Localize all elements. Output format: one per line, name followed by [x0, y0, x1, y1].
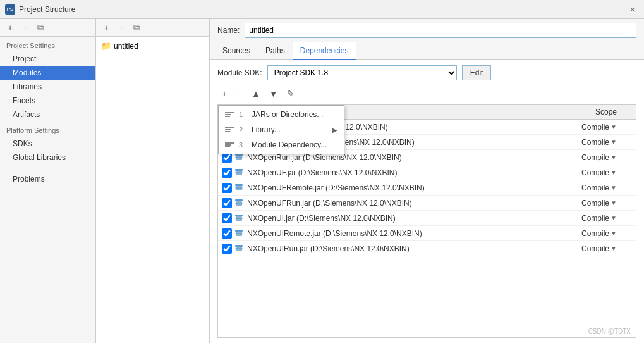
sidebar-item-global-libraries[interactable]: Global Libraries	[0, 151, 95, 165]
scope-dropdown-arrow[interactable]: ▼	[611, 199, 617, 206]
dep-scope: Compile ▼	[581, 214, 632, 223]
module-tree-toolbar: + − ⧉	[96, 19, 209, 37]
sidebar-item-artifacts[interactable]: Artifacts	[0, 108, 95, 122]
scope-value: Compile	[581, 123, 609, 132]
svg-rect-18	[235, 215, 243, 216]
dep-checkbox[interactable]	[222, 198, 232, 208]
dep-scope: Compile ▼	[581, 229, 632, 238]
app-icon: PS	[5, 4, 15, 15]
deps-add-button[interactable]: +	[217, 87, 231, 101]
scope-dropdown-arrow[interactable]: ▼	[611, 215, 617, 221]
copy-button[interactable]: ⧉	[34, 22, 47, 34]
dep-name: NXOpenUF.jar (D:\Siemens\NX 12.0\NXBIN)	[247, 168, 581, 177]
name-label: Name:	[217, 26, 240, 35]
dep-name: NXOpenUFRemote.jar (D:\Siemens\NX 12.0\N…	[247, 184, 581, 192]
title-bar: PS Project Structure ×	[0, 0, 644, 19]
scope-value: Compile	[581, 199, 609, 208]
item-label-library: Library...	[252, 125, 281, 134]
dep-checkbox[interactable]	[222, 168, 232, 178]
scope-dropdown-arrow[interactable]: ▼	[611, 154, 617, 161]
dropdown-item-jars[interactable]: 1 JARs or Directories...	[219, 107, 344, 122]
scope-dropdown-arrow[interactable]: ▼	[611, 230, 617, 237]
module-remove-button[interactable]: −	[115, 22, 128, 34]
dep-scope: Compile ▼	[581, 244, 632, 253]
tab-sources[interactable]: Sources	[215, 42, 258, 60]
item-label-module-dep: Module Dependency...	[252, 140, 327, 149]
sidebar-item-sdks[interactable]: SDKs	[0, 137, 95, 151]
table-row: NXOpenUIRemote.jar (D:\Siemens\NX 12.0\N…	[218, 226, 636, 241]
deps-down-button[interactable]: ▼	[265, 87, 282, 101]
sidebar: + − ⧉ Project Settings Project Modules L…	[0, 19, 96, 343]
table-row: NXOpenUFRemote.jar (D:\Siemens\NX 12.0\N…	[218, 180, 636, 196]
remove-button[interactable]: −	[19, 22, 32, 34]
svg-rect-12	[235, 184, 243, 186]
dep-checkbox[interactable]	[222, 228, 232, 239]
dep-checkbox[interactable]	[222, 244, 232, 254]
window-title: Project Structure	[19, 5, 75, 14]
sidebar-item-problems[interactable]: Problems	[0, 172, 95, 186]
item-num-1: 1	[239, 111, 246, 118]
module-copy-button[interactable]: ⧉	[130, 22, 143, 34]
table-row: NXOpenUFRun.jar (D:\Siemens\NX 12.0\NXBI…	[218, 196, 636, 211]
jar-icon	[234, 244, 245, 254]
sidebar-item-project[interactable]: Project	[0, 52, 95, 66]
scope-value: Compile	[581, 168, 609, 177]
table-row: NXOpenUIRun.jar (D:\Siemens\NX 12.0\NXBI…	[218, 241, 636, 256]
tab-dependencies[interactable]: Dependencies	[293, 42, 356, 60]
jar-icon	[234, 213, 245, 223]
dep-checkbox[interactable]	[222, 183, 232, 193]
library-arrow-icon: ▶	[332, 127, 337, 134]
module-tree-item[interactable]: 📁 untitled	[96, 39, 209, 53]
header-scope: Scope	[595, 108, 636, 116]
module-sdk-row: Module SDK: Project SDK 1.8 Edit	[217, 65, 636, 80]
item-label-jars: JARs or Directories...	[252, 110, 323, 119]
mod-menu-icon	[225, 142, 234, 147]
dropdown-item-module-dep[interactable]: 3 Module Dependency...	[219, 137, 344, 153]
add-button[interactable]: +	[4, 22, 16, 34]
jar-icon	[234, 228, 245, 239]
dep-checkbox[interactable]	[222, 213, 232, 223]
deps-table: Scope 1 JARs or Directories...	[217, 104, 636, 338]
svg-rect-21	[235, 230, 243, 232]
table-row: NXOpenUI.jar (D:\Siemens\NX 12.0\NXBIN) …	[218, 211, 636, 226]
dep-scope: Compile ▼	[581, 138, 632, 147]
sidebar-item-libraries[interactable]: Libraries	[0, 80, 95, 94]
dropdown-item-library[interactable]: 2 Library... ▶	[219, 122, 344, 137]
jar-icon	[234, 183, 245, 193]
scope-dropdown-arrow[interactable]: ▼	[611, 139, 617, 146]
lib-menu-icon	[225, 127, 234, 132]
deps-edit-button[interactable]: ✎	[283, 87, 298, 101]
platform-settings-label: Platform Settings	[0, 122, 95, 137]
module-tree-panel: + − ⧉ 📁 untitled	[96, 19, 210, 343]
dep-scope: Compile ▼	[581, 153, 632, 162]
scope-dropdown-arrow[interactable]: ▼	[611, 123, 617, 130]
scope-value: Compile	[581, 184, 609, 192]
deps-up-button[interactable]: ▲	[248, 87, 264, 101]
dropdown-menu: 1 JARs or Directories... 2 Library.	[218, 105, 344, 154]
dep-scope: Compile ▼	[581, 123, 632, 132]
scope-dropdown-arrow[interactable]: ▼	[611, 245, 617, 252]
sidebar-item-modules[interactable]: Modules	[0, 66, 95, 80]
close-button[interactable]: ×	[626, 3, 639, 16]
project-settings-label: Project Settings	[0, 37, 95, 52]
module-name: untitled	[114, 42, 138, 51]
scope-value: Compile	[581, 229, 609, 238]
dep-name: NXOpenUI.jar (D:\Siemens\NX 12.0\NXBIN)	[247, 214, 581, 223]
scope-dropdown-arrow[interactable]: ▼	[611, 184, 617, 191]
name-input[interactable]	[245, 23, 636, 38]
jar-icon	[234, 168, 245, 178]
module-add-button[interactable]: +	[100, 22, 112, 34]
tab-paths[interactable]: Paths	[258, 42, 293, 60]
sidebar-item-facets[interactable]: Facets	[0, 94, 95, 108]
deps-toolbar: + − ▲ ▼ ✎	[217, 85, 636, 102]
item-num-2: 2	[239, 126, 246, 134]
scope-dropdown-arrow[interactable]: ▼	[611, 169, 617, 176]
scope-value: Compile	[581, 214, 609, 223]
deps-remove-button[interactable]: −	[233, 87, 246, 101]
watermark: CSDN @TDTX	[588, 328, 631, 335]
svg-rect-15	[235, 199, 243, 201]
dep-scope: Compile ▼	[581, 199, 632, 208]
item-num-3: 3	[239, 141, 246, 149]
sdk-dropdown[interactable]: Project SDK 1.8	[267, 65, 457, 80]
edit-sdk-button[interactable]: Edit	[462, 65, 492, 80]
